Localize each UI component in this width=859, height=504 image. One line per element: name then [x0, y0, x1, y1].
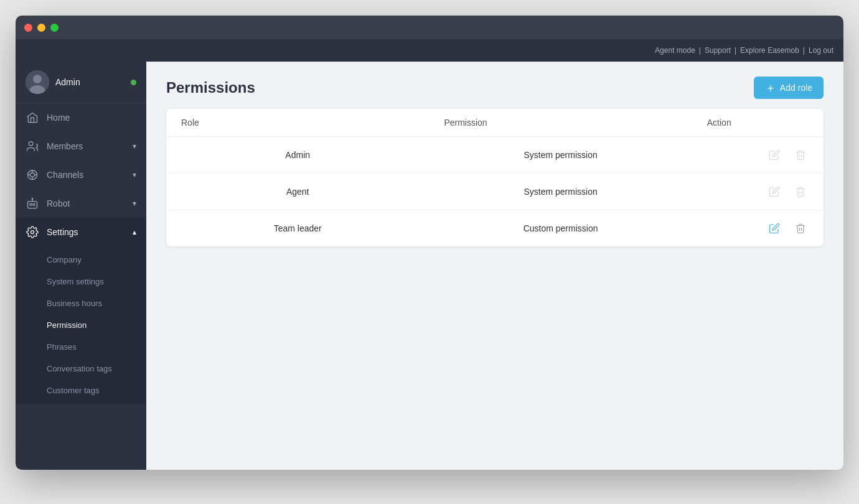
- trash-icon: [795, 149, 806, 161]
- members-chevron-icon: ▾: [133, 142, 136, 151]
- home-icon: [26, 111, 39, 124]
- role-cell: Team leader: [166, 210, 429, 247]
- add-role-button[interactable]: ＋ Add role: [754, 77, 824, 99]
- add-role-label: Add role: [780, 83, 812, 93]
- edit-icon: [769, 223, 780, 234]
- sidebar-item-company[interactable]: Company: [16, 249, 146, 271]
- settings-section: Settings ▴ Company System settings Busin…: [16, 218, 146, 404]
- role-cell: Agent: [166, 174, 429, 210]
- action-cell: [692, 174, 824, 210]
- traffic-lights: [24, 24, 59, 32]
- online-status-dot: [131, 80, 136, 85]
- sidebar-item-system-settings[interactable]: System settings: [16, 271, 146, 292]
- sidebar-item-home[interactable]: Home: [16, 103, 146, 132]
- permission-cell: System permission: [429, 174, 692, 210]
- permission-cell: System permission: [429, 137, 692, 174]
- members-icon: [26, 139, 39, 153]
- separator-1: |: [699, 46, 701, 55]
- edit-button[interactable]: [766, 220, 782, 236]
- svg-point-11: [30, 203, 32, 205]
- table-row: Agent System permission: [166, 174, 824, 210]
- column-header-action: Action: [692, 109, 824, 137]
- action-cell: [692, 137, 824, 174]
- sidebar-item-members-label: Members: [47, 141, 83, 151]
- maximize-button[interactable]: [50, 24, 59, 32]
- permission-cell: Custom permission: [429, 210, 692, 247]
- table-header-row: Role Permission Action: [166, 109, 824, 137]
- sidebar-item-permission[interactable]: Permission: [16, 314, 146, 336]
- delete-button[interactable]: [792, 220, 809, 236]
- agent-mode-link[interactable]: Agent mode: [655, 46, 695, 55]
- settings-label: Settings: [47, 227, 78, 237]
- titlebar: [16, 16, 843, 39]
- settings-sub-items: Company System settings Business hours P…: [16, 246, 146, 404]
- robot-icon: [26, 197, 39, 210]
- column-header-role: Role: [166, 109, 429, 137]
- sidebar-item-robot[interactable]: Robot ▾: [16, 189, 146, 218]
- svg-point-1: [33, 75, 42, 83]
- action-icons: [707, 147, 809, 163]
- sidebar-item-settings[interactable]: Settings ▴: [16, 218, 146, 246]
- trash-icon: [795, 223, 806, 234]
- plus-icon: ＋: [765, 82, 776, 93]
- logout-link[interactable]: Log out: [809, 46, 833, 55]
- edit-button[interactable]: [766, 147, 782, 163]
- action-icons: [707, 220, 809, 236]
- column-header-permission: Permission: [429, 109, 692, 137]
- sidebar-item-channels-label: Channels: [47, 170, 83, 180]
- separator-2: |: [735, 46, 736, 55]
- edit-icon: [769, 149, 780, 161]
- edit-icon: [769, 186, 780, 197]
- separator-3: |: [803, 46, 805, 55]
- sidebar-item-conversation-tags[interactable]: Conversation tags: [16, 358, 146, 380]
- sidebar-item-business-hours[interactable]: Business hours: [16, 292, 146, 314]
- support-link[interactable]: Support: [705, 46, 731, 55]
- robot-chevron-icon: ▾: [133, 199, 136, 208]
- table-row: Admin System permission: [166, 137, 824, 174]
- channels-chevron-icon: ▾: [133, 170, 136, 179]
- avatar: [26, 70, 49, 94]
- action-cell: [692, 210, 824, 247]
- page-title: Permissions: [166, 79, 255, 96]
- close-button[interactable]: [24, 24, 32, 32]
- profile-name: Admin: [55, 77, 80, 87]
- svg-point-16: [31, 231, 34, 234]
- edit-button[interactable]: [766, 184, 782, 200]
- topbar: Agent mode | Support | Explore Easemob |…: [16, 39, 843, 62]
- svg-point-3: [29, 142, 33, 146]
- delete-button[interactable]: [792, 184, 809, 200]
- role-cell: Admin: [166, 137, 429, 174]
- sidebar-item-home-label: Home: [47, 113, 70, 123]
- topbar-links: Agent mode | Support | Explore Easemob |…: [655, 46, 833, 55]
- sidebar-item-members[interactable]: Members ▾: [16, 132, 146, 161]
- settings-icon: [26, 225, 39, 239]
- sidebar-profile: Admin: [16, 62, 146, 103]
- svg-point-12: [33, 203, 35, 205]
- svg-point-5: [31, 173, 35, 177]
- permissions-table-container: Role Permission Action Admin System perm…: [166, 109, 824, 246]
- permissions-table: Role Permission Action Admin System perm…: [166, 109, 824, 246]
- sidebar: Admin Home Members ▾: [16, 62, 146, 470]
- delete-button[interactable]: [792, 147, 809, 163]
- explore-easemob-link[interactable]: Explore Easemob: [740, 46, 799, 55]
- sidebar-item-phrases[interactable]: Phrases: [16, 336, 146, 358]
- trash-icon: [795, 186, 806, 197]
- main-content: Permissions ＋ Add role Role Permission A…: [146, 62, 843, 470]
- content-header: Permissions ＋ Add role: [146, 62, 843, 109]
- svg-rect-10: [28, 202, 37, 208]
- table-row: Team leader Custom permission: [166, 210, 824, 247]
- app-layout: Admin Home Members ▾: [16, 62, 843, 470]
- action-icons: [707, 184, 809, 200]
- minimize-button[interactable]: [37, 24, 45, 32]
- settings-chevron-icon: ▴: [133, 228, 136, 236]
- sidebar-item-customer-tags[interactable]: Customer tags: [16, 380, 146, 401]
- sidebar-item-channels[interactable]: Channels ▾: [16, 161, 146, 189]
- sidebar-item-robot-label: Robot: [47, 198, 70, 208]
- channels-icon: [26, 168, 39, 182]
